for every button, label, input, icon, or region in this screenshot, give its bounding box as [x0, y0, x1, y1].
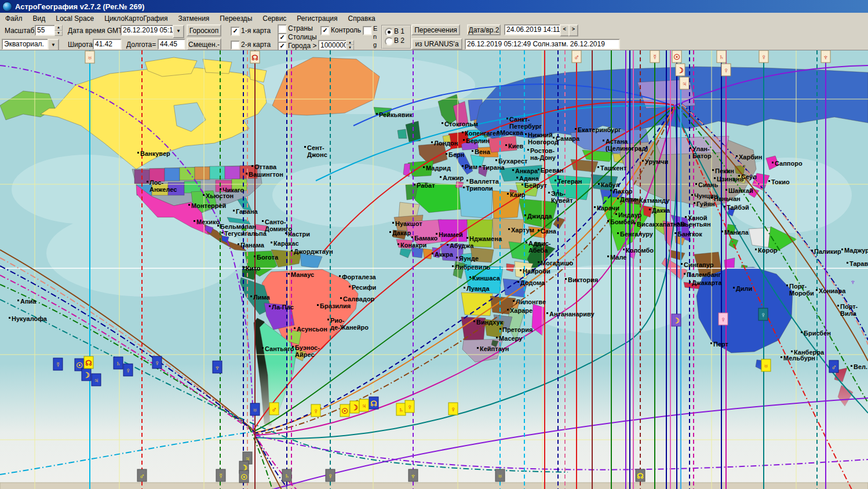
- city-label: Луанда: [466, 285, 490, 292]
- planet-glyph-icon: ☿: [652, 53, 658, 61]
- city-label: Вел.: [854, 363, 867, 370]
- city-label: Вьентьян: [680, 221, 711, 228]
- city-dot: [617, 232, 619, 234]
- city-dot: [254, 256, 256, 257]
- menu-item[interactable]: Local Space: [50, 14, 99, 23]
- capitals-checkbox[interactable]: ✓: [278, 33, 287, 42]
- city-dot: [339, 275, 341, 277]
- countries-label: Страны: [288, 24, 313, 32]
- city-dot: [238, 243, 239, 245]
- menu-item[interactable]: Вид: [28, 14, 51, 23]
- city-dot: [389, 231, 391, 233]
- city-dot: [738, 175, 740, 177]
- city-label: Хьюстон: [206, 192, 234, 199]
- city-dot: [456, 257, 458, 258]
- city-label: Улан-Батор: [692, 145, 712, 159]
- city-dot: [597, 166, 599, 168]
- city-label: Харбин: [739, 154, 762, 160]
- southern-ocean-ice: [0, 363, 868, 489]
- planet-glyph-icon: ♀: [761, 53, 767, 61]
- city-dot: [414, 184, 415, 185]
- planet-glyph-icon: ♀: [407, 403, 413, 411]
- city-dot: [525, 133, 527, 135]
- map1-checkbox[interactable]: ✓: [231, 27, 240, 36]
- city-dot: [781, 356, 782, 358]
- city-dot: [841, 249, 843, 250]
- city-label: Триполи: [466, 185, 493, 192]
- projection-select[interactable]: Экваториал.: [2, 39, 50, 50]
- city-label: Бельмопан: [220, 223, 256, 230]
- city-label: Ванкувер: [140, 150, 170, 157]
- b1-radio[interactable]: [385, 28, 393, 37]
- city-dot: [472, 150, 473, 152]
- city-dot: [755, 249, 757, 250]
- eng-checkbox[interactable]: [363, 26, 372, 35]
- map-canvas[interactable]: ВанкуверОттаваЧикагоВашингтонСент-ДжонсЛ…: [0, 50, 868, 489]
- city-label: Коломбо: [626, 247, 654, 254]
- city-dot: [291, 250, 293, 251]
- city-label: Тайбэй: [727, 204, 749, 211]
- menu-item[interactable]: Регистрация: [291, 14, 342, 23]
- city-label: Претория: [502, 326, 533, 333]
- menu-item[interactable]: Переезды: [214, 14, 257, 23]
- menu-item[interactable]: ЦиклоКартоГрафия: [99, 14, 173, 23]
- city-dot: [516, 177, 518, 178]
- city-dot: [432, 253, 433, 254]
- menu-item[interactable]: Затмения: [173, 14, 214, 23]
- city-dot: [594, 206, 596, 208]
- city-dot: [497, 131, 499, 133]
- city-label: Карачи: [597, 205, 619, 211]
- map2-checkbox[interactable]: [231, 41, 240, 50]
- city-dot: [674, 232, 676, 234]
- b2-radio[interactable]: [385, 37, 393, 46]
- city-dot: [262, 220, 264, 222]
- city-dot: [376, 113, 378, 115]
- date2-button[interactable]: Дата/вр.2: [467, 24, 501, 35]
- city-label: Катманду: [639, 197, 670, 204]
- scale-stepper[interactable]: ▲▼: [54, 25, 63, 36]
- control-checkbox[interactable]: ✓: [320, 26, 330, 35]
- lon-input[interactable]: 44.45: [158, 39, 185, 50]
- menu-item[interactable]: Справка: [343, 14, 381, 23]
- intersections-button[interactable]: Пересечения: [411, 24, 460, 35]
- shift-button[interactable]: Смещен.-: [187, 38, 221, 50]
- cities-min-input[interactable]: 1000000: [318, 40, 348, 50]
- city-dot: [617, 198, 619, 199]
- city-label: Джорджтаун: [294, 248, 333, 255]
- title-bar[interactable]: АстроГеография v2.7.2 (Рег.№ 269): [0, 0, 868, 13]
- gmt-datetime-input[interactable]: 26.12.2019 05:12: [121, 25, 175, 36]
- city-dot: [340, 297, 342, 299]
- countries-checkbox[interactable]: [278, 24, 287, 34]
- from-uranus-button[interactable]: из URANUS'а: [411, 38, 462, 50]
- city-label: Бангкок: [677, 231, 702, 238]
- city-label: Каракас: [273, 240, 299, 247]
- next-button[interactable]: >: [568, 24, 578, 37]
- lat-input[interactable]: 41.42: [93, 39, 122, 50]
- city-dot: [251, 165, 253, 167]
- menu-item[interactable]: Сервис: [257, 14, 291, 23]
- world-map[interactable]: ВанкуверОттаваЧикагоВашингтонСент-ДжонсЛ…: [0, 50, 868, 489]
- city-label: Лахор: [613, 188, 633, 195]
- planet-glyph-icon: ♆: [850, 278, 856, 286]
- city-dot: [565, 278, 567, 280]
- horoscope-button[interactable]: Гороскоп: [187, 24, 221, 37]
- city-label: Гуйян: [696, 200, 715, 207]
- city-label: Салвадор: [343, 295, 375, 302]
- city-dot: [714, 177, 716, 179]
- date2-input[interactable]: 24.06.2019 14:11: [504, 24, 561, 35]
- city-dot: [477, 347, 479, 349]
- city-label: Берн: [448, 151, 464, 158]
- scale-input[interactable]: 55: [35, 25, 56, 36]
- city-label: Панама: [240, 242, 265, 249]
- menu-item[interactable]: Файл: [0, 14, 28, 23]
- cities-min-stepper[interactable]: ▲▼: [346, 40, 354, 50]
- city-dot: [711, 197, 713, 199]
- planet-glyph-icon: ☊: [251, 53, 258, 62]
- planet-glyph-icon: ☿: [218, 472, 224, 480]
- city-dot: [736, 155, 738, 157]
- gmt-dropdown-button[interactable]: ▼: [173, 25, 184, 38]
- city-label: Додома: [520, 279, 545, 286]
- menu-bar: ФайлВидLocal SpaceЦиклоКартоГрафияЗатмен…: [0, 13, 868, 24]
- planet-glyph-icon: ♄: [398, 406, 404, 414]
- city-label: Перт: [713, 341, 729, 348]
